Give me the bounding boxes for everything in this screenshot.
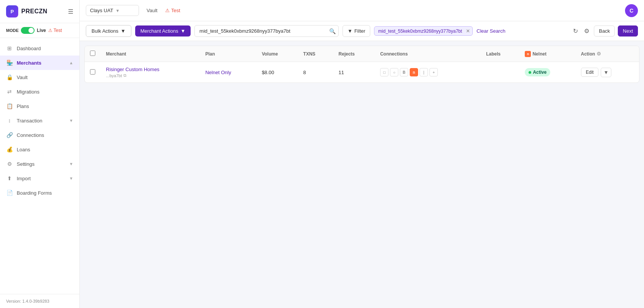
boarding-forms-icon: 📄 <box>6 189 13 196</box>
th-labels: Labels <box>481 46 519 62</box>
merchant-table: Merchant Plan Volume TXNS Rejects Connec… <box>85 46 639 83</box>
sidebar-label-connections: Connections <box>17 132 73 138</box>
sidebar-nav: ⊞ Dashboard 🏪 Merchants ▲ 🔒 Vault ⇄ Migr… <box>0 38 79 294</box>
import-icon: ⬆ <box>6 175 13 182</box>
row-checkbox[interactable] <box>90 69 95 75</box>
org-name: Clays UAT <box>90 8 113 13</box>
plan-link[interactable]: Nelnet Only <box>205 70 231 75</box>
plans-icon: 📋 <box>6 103 13 110</box>
merchant-name-link[interactable]: Risinger Custom Homes <box>106 67 159 72</box>
live-toggle[interactable] <box>21 27 35 34</box>
sidebar-item-connections[interactable]: 🔗 Connections <box>0 128 79 142</box>
select-all-checkbox[interactable] <box>90 51 95 56</box>
merchant-actions-label: Merchant Actions <box>140 28 178 34</box>
nelnet-icon: n <box>525 51 531 57</box>
volume-value: $8.00 <box>262 70 274 75</box>
clear-search-button[interactable]: Clear Search <box>477 28 505 34</box>
test-label: Test <box>171 8 180 13</box>
sidebar-item-import[interactable]: ⬆ Import ▼ <box>0 171 79 186</box>
transaction-chevron-icon: ▼ <box>69 118 73 123</box>
sidebar-label-import: Import <box>17 176 65 181</box>
main-area: Clays UAT ▼ Vault ⚠ Test C Bulk Actions … <box>80 0 644 308</box>
next-button[interactable]: Next <box>618 25 638 37</box>
merchant-actions-button[interactable]: Merchant Actions ▼ <box>135 25 191 37</box>
connections-icons: □ ○ B n | + <box>380 68 475 76</box>
sidebar-footer: Version: 1.4.0-39b9283 <box>0 294 79 308</box>
th-volume: Volume <box>256 46 298 62</box>
conn-icon-5[interactable]: + <box>429 68 438 76</box>
back-button[interactable]: Back <box>594 25 615 37</box>
edit-button[interactable]: Edit <box>581 68 599 77</box>
merchant-cell: Risinger Custom Homes ...bya7bt ⧉ <box>101 62 200 83</box>
test-warning-icon: ⚠ <box>165 8 170 13</box>
action-dropdown-button[interactable]: ▼ <box>601 68 611 77</box>
search-input[interactable] <box>194 25 339 37</box>
sidebar-label-settings: Settings <box>17 161 65 167</box>
txns-value: 8 <box>303 70 306 75</box>
sidebar-item-dashboard[interactable]: ⊞ Dashboard <box>0 41 79 56</box>
conn-icon-bold[interactable]: B <box>400 68 408 76</box>
th-checkbox <box>85 46 101 62</box>
sidebar-label-loans: Loans <box>17 147 73 152</box>
row-checkbox-cell <box>85 62 101 83</box>
search-box: 🔍 <box>194 25 339 37</box>
th-action: Action ⚙ <box>576 46 639 62</box>
sidebar-item-settings[interactable]: ⚙ Settings ▼ <box>0 157 79 171</box>
conn-icon-nelnet[interactable]: n <box>410 68 418 76</box>
version-text: Version: 1.4.0-39b9283 <box>6 299 49 303</box>
sidebar-label-boarding-forms: Boarding Forms <box>17 190 73 196</box>
sidebar-label-vault: Vault <box>17 75 73 80</box>
conn-icon-1[interactable]: □ <box>380 68 388 76</box>
rejects-cell: 11 <box>333 62 375 83</box>
bulk-actions-button[interactable]: Bulk Actions ▼ <box>86 25 131 37</box>
org-selector[interactable]: Clays UAT ▼ <box>86 5 139 16</box>
settings-gear-button[interactable]: ⚙ <box>582 26 591 36</box>
sidebar-logo-area: P PRECZN ☰ <box>0 0 79 23</box>
action-buttons: Edit ▼ <box>581 68 634 77</box>
column-settings-icon[interactable]: ⚙ <box>597 51 601 57</box>
connections-cell: □ ○ B n | + <box>375 62 481 83</box>
status-text: Active <box>533 70 546 75</box>
th-merchant: Merchant <box>101 46 200 62</box>
alert-icon: ⚠ <box>48 28 52 33</box>
sidebar-item-merchants[interactable]: 🏪 Merchants ▲ <box>0 56 79 70</box>
loans-icon: 💰 <box>6 146 13 153</box>
avatar[interactable]: C <box>625 4 638 17</box>
sidebar-item-migrations[interactable]: ⇄ Migrations <box>0 84 79 99</box>
sidebar-item-plans[interactable]: 📋 Plans <box>0 99 79 113</box>
table-body: Risinger Custom Homes ...bya7bt ⧉ Nelnet… <box>85 62 639 83</box>
transaction-icon: ↕ <box>6 117 13 124</box>
topbar: Clays UAT ▼ Vault ⚠ Test C <box>80 0 644 21</box>
filter-funnel-icon: ▼ <box>347 28 352 34</box>
search-icon[interactable]: 🔍 <box>329 28 336 34</box>
refresh-button[interactable]: ↻ <box>571 26 579 36</box>
filter-button[interactable]: ▼ Filter <box>343 25 370 37</box>
test-badge: ⚠ Test <box>48 28 62 33</box>
sidebar-item-boarding-forms[interactable]: 📄 Boarding Forms <box>0 186 79 200</box>
action-cell: Edit ▼ <box>576 62 639 83</box>
hamburger-icon[interactable]: ☰ <box>68 8 73 15</box>
settings-icon: ⚙ <box>6 160 13 167</box>
bulk-actions-chevron-icon: ▼ <box>121 28 126 34</box>
sidebar-label-plans: Plans <box>17 103 73 109</box>
nelnet-status-cell: Active <box>519 62 575 83</box>
sidebar-label-migrations: Migrations <box>17 89 73 95</box>
migrations-icon: ⇄ <box>6 88 13 95</box>
connections-icon: 🔗 <box>6 132 13 138</box>
copy-id-icon[interactable]: ⧉ <box>123 73 126 78</box>
conn-icon-2[interactable]: ○ <box>390 68 398 76</box>
conn-icon-4[interactable]: | <box>420 68 428 76</box>
filter-close-icon[interactable]: ✕ <box>466 28 470 34</box>
sidebar-label-merchants: Merchants <box>17 60 65 66</box>
import-chevron-icon: ▼ <box>69 176 73 181</box>
sidebar-item-vault[interactable]: 🔒 Vault <box>0 70 79 84</box>
sidebar-label-dashboard: Dashboard <box>17 46 73 51</box>
topbar-right: C <box>625 4 638 17</box>
sidebar-item-loans[interactable]: 💰 Loans <box>0 142 79 157</box>
logo-text: PRECZN <box>21 8 47 15</box>
sidebar-item-transaction[interactable]: ↕ Transaction ▼ <box>0 113 79 128</box>
status-dot <box>529 71 531 74</box>
th-nelnet: n Nelnet <box>519 46 575 62</box>
vault-link[interactable]: Vault <box>144 6 161 15</box>
test-indicator: ⚠ Test <box>165 8 180 13</box>
